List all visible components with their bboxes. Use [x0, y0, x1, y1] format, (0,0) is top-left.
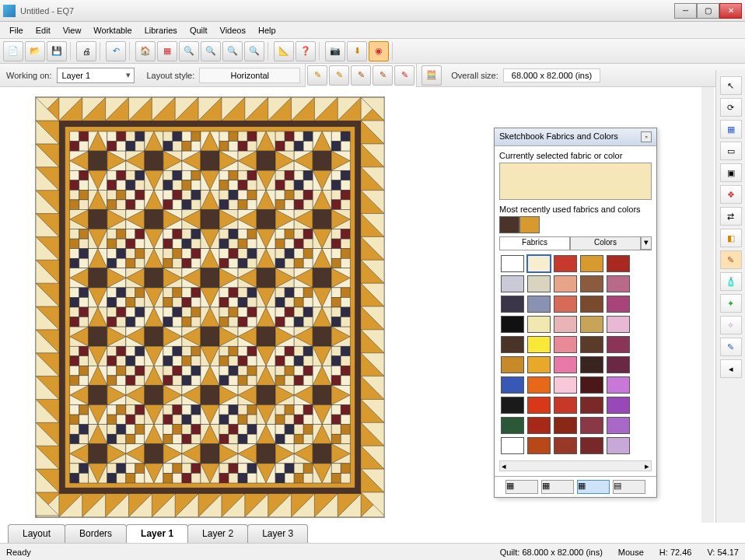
- zoom-actual-button[interactable]: 🔍: [244, 41, 264, 61]
- color-swatch[interactable]: [580, 437, 603, 454]
- color-swatch[interactable]: [580, 296, 603, 313]
- color-swatch[interactable]: [580, 376, 603, 394]
- maximize-button[interactable]: ▢: [697, 3, 719, 19]
- tab-fabrics[interactable]: Fabrics: [499, 236, 570, 250]
- tab-dropdown[interactable]: ▾: [641, 236, 652, 250]
- color-swatch[interactable]: [607, 376, 630, 394]
- color-swatch[interactable]: [501, 397, 524, 414]
- color-swatch[interactable]: [527, 255, 551, 272]
- color-swatch[interactable]: [554, 316, 577, 333]
- mru-swatch[interactable]: [519, 216, 540, 233]
- panel-close-button[interactable]: ▫: [641, 131, 652, 142]
- set-tool[interactable]: ▦: [720, 120, 742, 138]
- sketchbook-button[interactable]: 🏠: [135, 41, 156, 61]
- menu-quilt[interactable]: Quilt: [184, 24, 214, 37]
- color-swatch[interactable]: [527, 397, 551, 414]
- color-swatch[interactable]: [554, 275, 577, 292]
- color-swatch[interactable]: [527, 437, 551, 454]
- color-swatch[interactable]: [527, 296, 551, 313]
- tab-layer3[interactable]: Layer 3: [247, 524, 308, 543]
- color-swatch[interactable]: [607, 356, 630, 373]
- brush-1[interactable]: ✎: [307, 65, 327, 86]
- select-tool[interactable]: ↖: [720, 76, 742, 95]
- spraycan-tool[interactable]: 🧴: [720, 272, 742, 291]
- color-swatch[interactable]: [527, 417, 551, 434]
- color-swatch[interactable]: [554, 296, 577, 313]
- minimize-button[interactable]: ─: [674, 3, 697, 19]
- collapse-button[interactable]: ◂: [720, 359, 742, 378]
- panel-titlebar[interactable]: Sketchbook Fabrics and Colors ▫: [495, 128, 656, 146]
- menu-help[interactable]: Help: [252, 24, 282, 37]
- zoom-in-button[interactable]: 🔍: [179, 41, 199, 61]
- save-button[interactable]: 💾: [47, 41, 67, 61]
- fabric-tool[interactable]: ◧: [720, 229, 742, 247]
- working-on-combo[interactable]: Layer 1: [57, 68, 135, 83]
- help-button[interactable]: ❓: [296, 41, 316, 61]
- color-swatch[interactable]: [607, 397, 630, 414]
- open-button[interactable]: 📂: [25, 41, 45, 61]
- menu-file[interactable]: File: [3, 24, 30, 37]
- brush-5[interactable]: ✎: [394, 65, 414, 86]
- undo-button[interactable]: ↶: [106, 41, 126, 61]
- eyedrop-tool[interactable]: ✎: [720, 338, 742, 356]
- color-swatch[interactable]: [501, 437, 524, 454]
- color-swatch[interactable]: [554, 356, 577, 373]
- color-swatch[interactable]: [580, 255, 603, 272]
- color-swatch[interactable]: [580, 356, 603, 373]
- brush-4[interactable]: ✎: [372, 65, 393, 86]
- color-swatch[interactable]: [554, 376, 577, 394]
- color-swatch[interactable]: [580, 275, 603, 292]
- color-swatch[interactable]: [607, 437, 630, 454]
- color-swatch[interactable]: [607, 255, 630, 272]
- random-tool[interactable]: ✧: [720, 316, 742, 334]
- erase-tool[interactable]: ▭: [720, 142, 742, 160]
- menu-worktable[interactable]: Worktable: [87, 24, 138, 37]
- color-swatch[interactable]: [607, 316, 630, 333]
- view-list-button[interactable]: ▤: [613, 480, 645, 494]
- color-swatch[interactable]: [501, 356, 524, 373]
- color-swatch[interactable]: [607, 296, 630, 313]
- color-swatch[interactable]: [607, 275, 630, 292]
- library-button[interactable]: ▦: [157, 41, 177, 61]
- tab-colors[interactable]: Colors: [570, 236, 641, 250]
- color-swatch[interactable]: [607, 336, 630, 353]
- tab-layer1[interactable]: Layer 1: [126, 524, 188, 543]
- paint-tool[interactable]: ✎: [720, 250, 742, 269]
- color-swatch[interactable]: [554, 417, 577, 434]
- color-swatch[interactable]: [527, 275, 551, 292]
- layer-tool[interactable]: ▣: [720, 163, 742, 182]
- spray-tool[interactable]: ❖: [720, 185, 742, 204]
- panel-hscroll[interactable]: ◂▸: [499, 460, 652, 471]
- color-swatch[interactable]: [580, 397, 603, 414]
- color-swatch[interactable]: [501, 296, 524, 313]
- color-swatch[interactable]: [554, 437, 577, 454]
- color-swatch[interactable]: [554, 255, 577, 272]
- color-swatch[interactable]: [501, 417, 524, 434]
- view-large-button[interactable]: ▦: [577, 480, 610, 494]
- tab-layer2[interactable]: Layer 2: [187, 524, 248, 543]
- close-button[interactable]: ✕: [719, 3, 742, 19]
- quilt-canvas[interactable]: [35, 96, 385, 518]
- color-swatch[interactable]: [501, 275, 524, 292]
- color-swatch[interactable]: [501, 336, 524, 353]
- applique-tool[interactable]: ✦: [720, 294, 742, 313]
- mru-swatch[interactable]: [499, 216, 519, 233]
- print-button[interactable]: 🖨: [76, 41, 96, 61]
- color-swatch[interactable]: [501, 255, 524, 272]
- color-swatch[interactable]: [580, 316, 603, 333]
- record-button[interactable]: ◉: [369, 41, 389, 61]
- tab-borders[interactable]: Borders: [65, 524, 127, 543]
- color-swatch[interactable]: [580, 417, 603, 434]
- color-swatch[interactable]: [554, 397, 577, 414]
- color-swatch[interactable]: [607, 417, 630, 434]
- color-swatch[interactable]: [527, 336, 551, 353]
- brush-2[interactable]: ✎: [329, 65, 349, 86]
- tab-layout[interactable]: Layout: [8, 524, 65, 543]
- color-swatch[interactable]: [501, 376, 524, 394]
- color-swatch[interactable]: [501, 316, 524, 333]
- color-swatch[interactable]: [527, 316, 551, 333]
- menu-videos[interactable]: Videos: [214, 24, 252, 37]
- worktable-button[interactable]: 📐: [274, 41, 294, 61]
- export-button[interactable]: ⬇: [347, 41, 367, 61]
- view-med-button[interactable]: ▦: [541, 480, 574, 494]
